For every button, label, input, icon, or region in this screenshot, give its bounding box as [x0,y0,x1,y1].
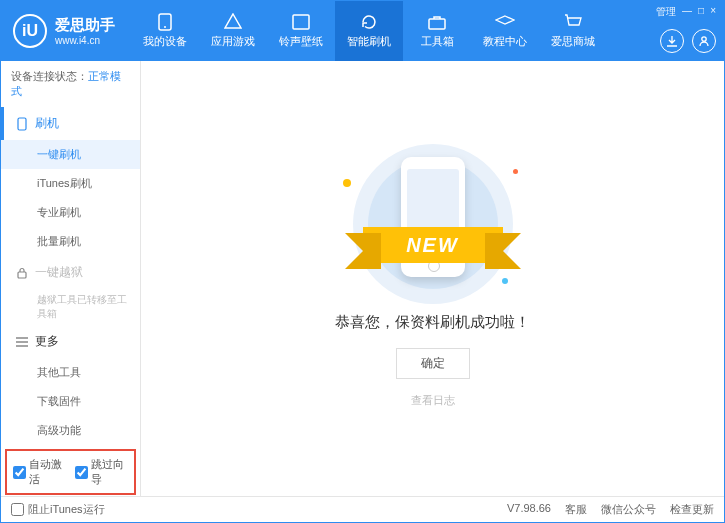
nav-toolbox[interactable]: 工具箱 [403,1,471,61]
svg-point-1 [164,26,166,28]
jailbreak-note: 越狱工具已转移至工具箱 [37,293,130,321]
nav-label: 应用游戏 [211,34,255,49]
nav-label: 教程中心 [483,34,527,49]
logo-area: iU 爱思助手 www.i4.cn [1,1,131,61]
header-jailbreak[interactable]: 一键越狱 [1,256,140,289]
nav-flash[interactable]: 智能刷机 [335,1,403,61]
chk-label: 跳过向导 [91,457,129,487]
phone-icon [155,13,175,31]
svg-rect-6 [18,272,26,278]
connection-status: 设备连接状态：正常模式 [1,61,140,107]
app-name: 爱思助手 [55,16,115,35]
sub-one-click-flash[interactable]: 一键刷机 [1,140,140,169]
header-flash[interactable]: 刷机 [1,107,140,140]
section-flash: 刷机 一键刷机 iTunes刷机 专业刷机 批量刷机 [1,107,140,256]
link-wechat[interactable]: 微信公众号 [601,502,656,517]
svg-rect-3 [429,19,445,29]
svg-rect-2 [293,15,309,29]
apps-icon [223,13,243,31]
sub-download-firmware[interactable]: 下载固件 [1,387,140,416]
version-label: V7.98.66 [507,502,551,517]
nav-label: 铃声壁纸 [279,34,323,49]
section-more: 更多 其他工具 下载固件 高级功能 [1,325,140,445]
sidebar-bottom: 自动激活 跳过向导 iPhone 12 mini 64GB Down-12min… [1,445,140,496]
download-button[interactable] [660,29,684,53]
user-button[interactable] [692,29,716,53]
sub-advanced[interactable]: 高级功能 [1,416,140,445]
block-itunes[interactable]: 阻止iTunes运行 [11,502,105,517]
window-controls: 管理 — □ × [648,1,724,61]
success-message: 恭喜您，保资料刷机成功啦！ [335,313,530,332]
header-label: 刷机 [35,115,59,132]
picture-icon [291,13,311,31]
logo-text: 爱思助手 www.i4.cn [55,16,115,46]
nav-tutorial[interactable]: 教程中心 [471,1,539,61]
link-support[interactable]: 客服 [565,502,587,517]
sidebar: 设备连接状态：正常模式 刷机 一键刷机 iTunes刷机 专业刷机 批量刷机 一… [1,61,141,496]
header-label: 更多 [35,333,59,350]
link-update[interactable]: 检查更新 [670,502,714,517]
statusbar: 阻止iTunes运行 V7.98.66 客服 微信公众号 检查更新 [1,496,724,522]
header-more[interactable]: 更多 [1,325,140,358]
chk-skip-guide[interactable]: 跳过向导 [75,457,129,487]
lock-icon [15,266,29,280]
app-url: www.i4.cn [55,35,115,46]
ok-button[interactable]: 确定 [396,348,470,379]
app-window: iU 爱思助手 www.i4.cn 我的设备 应用游戏 铃声壁纸 智能刷机 [0,0,725,523]
nav-ringtone[interactable]: 铃声壁纸 [267,1,335,61]
nav-label: 工具箱 [421,34,454,49]
maximize-button[interactable]: □ [698,5,704,19]
chk-label: 自动激活 [29,457,67,487]
body: 设备连接状态：正常模式 刷机 一键刷机 iTunes刷机 专业刷机 批量刷机 一… [1,61,724,496]
chk-auto-activate[interactable]: 自动激活 [13,457,67,487]
cart-icon [563,13,583,31]
conn-label: 设备连接状态： [11,70,88,82]
toolbox-icon [427,13,447,31]
sub-batch-flash[interactable]: 批量刷机 [1,227,140,256]
top-nav: 我的设备 应用游戏 铃声壁纸 智能刷机 工具箱 教程中心 [131,1,648,61]
header-label: 一键越狱 [35,264,83,281]
block-itunes-label: 阻止iTunes运行 [28,502,105,517]
chk-skip-guide-input[interactable] [75,466,88,479]
svg-point-4 [702,37,706,41]
svg-rect-5 [18,118,26,130]
checks-box: 自动激活 跳过向导 [5,449,136,495]
success-illustration: NEW [333,149,533,299]
logo-icon: iU [13,14,47,48]
new-ribbon: NEW [363,227,503,263]
menu-button[interactable]: 管理 [656,5,676,19]
minimize-button[interactable]: — [682,5,692,19]
nav-store[interactable]: 爱思商城 [539,1,607,61]
sub-other-tools[interactable]: 其他工具 [1,358,140,387]
phone-icon [15,117,29,131]
list-icon [15,335,29,349]
titlebar: iU 爱思助手 www.i4.cn 我的设备 应用游戏 铃声壁纸 智能刷机 [1,1,724,61]
graduation-icon [495,13,515,31]
block-itunes-checkbox[interactable] [11,503,24,516]
main-content: NEW 恭喜您，保资料刷机成功啦！ 确定 查看日志 [141,61,724,496]
nav-label: 爱思商城 [551,34,595,49]
section-jailbreak: 一键越狱 越狱工具已转移至工具箱 [1,256,140,325]
nav-label: 智能刷机 [347,34,391,49]
chk-auto-activate-input[interactable] [13,466,26,479]
sub-itunes-flash[interactable]: iTunes刷机 [1,169,140,198]
close-button[interactable]: × [710,5,716,19]
nav-my-device[interactable]: 我的设备 [131,1,199,61]
sub-pro-flash[interactable]: 专业刷机 [1,198,140,227]
refresh-icon [359,13,379,31]
nav-apps[interactable]: 应用游戏 [199,1,267,61]
nav-label: 我的设备 [143,34,187,49]
view-log-link[interactable]: 查看日志 [411,393,455,408]
